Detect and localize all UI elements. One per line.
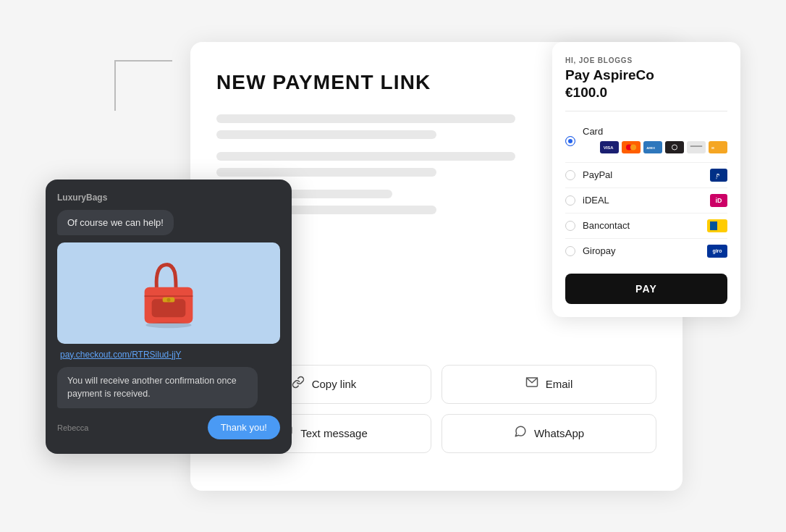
maestro-icon: M <box>709 141 727 153</box>
ideal-icon: iD <box>710 194 727 207</box>
skeleton-line <box>216 168 436 177</box>
ideal-method-name: iDEAL <box>583 195 609 206</box>
svg-text:AMEX: AMEX <box>646 145 655 149</box>
whatsapp-icon <box>514 425 527 442</box>
amex-icon: AMEX <box>643 141 662 153</box>
payment-method-card[interactable]: Card VISA AMEX <box>565 120 727 163</box>
diners-icon <box>665 141 684 153</box>
payment-pay-to: Pay AspireCo <box>565 67 727 83</box>
payment-card: HI, JOE BLOGGS Pay AspireCo €100.0 Card … <box>552 42 740 317</box>
paypal-method-name: PayPal <box>583 169 612 180</box>
card-method-name: Card <box>583 126 727 137</box>
chat-product-image <box>57 242 280 344</box>
email-button[interactable]: Email <box>441 365 656 404</box>
pay-button[interactable]: PAY <box>565 274 727 304</box>
svg-point-19 <box>167 297 171 301</box>
skeleton-line <box>216 152 515 161</box>
copy-link-label: Copy link <box>312 378 357 390</box>
payment-method-ideal[interactable]: iDEAL iD <box>565 188 727 214</box>
payment-method-paypal-left: PayPal <box>565 169 612 180</box>
payment-amount: €100.0 <box>565 85 727 101</box>
radio-ideal <box>565 195 575 206</box>
radio-card <box>565 136 575 146</box>
skeleton-line <box>216 130 436 139</box>
giropay-icon: giro <box>707 245 727 258</box>
chat-footer: Rebecca Thank you! <box>57 415 280 439</box>
payment-method-paypal[interactable]: PayPal <box>565 163 727 188</box>
chat-bubble-2: You will receive another confirmation on… <box>57 367 258 409</box>
handbag-svg <box>132 253 205 333</box>
payment-method-ideal-left: iDEAL <box>565 195 609 206</box>
svg-text:VISA: VISA <box>604 145 614 150</box>
whatsapp-button[interactable]: WhatsApp <box>441 414 656 453</box>
chat-card: LuxuryBags Of course we can help! pay.c <box>46 180 292 455</box>
svg-point-5 <box>630 144 636 150</box>
paypal-icon <box>710 169 727 182</box>
payment-method-giropay-left: Giropay <box>565 245 616 256</box>
payment-method-card-left: Card VISA AMEX <box>565 126 727 156</box>
chat-sender: LuxuryBags <box>57 193 280 203</box>
giropay-method-name: Giropay <box>583 245 616 256</box>
chat-payment-link[interactable]: pay.checkout.com/RTRSilud-jjY <box>57 350 280 360</box>
mastercard-icon <box>622 141 641 153</box>
chat-agent-name: Rebecca <box>57 423 88 432</box>
visa-icon: VISA <box>600 141 619 153</box>
payment-divider <box>565 111 727 111</box>
whatsapp-label: WhatsApp <box>534 427 584 439</box>
payment-method-bancontact[interactable]: Bancontact <box>565 214 727 239</box>
bracket-decoration <box>114 60 172 111</box>
svg-rect-11 <box>690 145 702 147</box>
card-icons-row: VISA AMEX <box>600 141 727 153</box>
bancontact-method-name: Bancontact <box>583 220 630 231</box>
payment-method-giropay[interactable]: Giropay giro <box>565 239 727 263</box>
radio-paypal <box>565 170 575 180</box>
payment-method-bancontact-left: Bancontact <box>565 220 630 231</box>
email-icon <box>525 376 538 392</box>
skeleton-line <box>216 114 515 123</box>
radio-giropay <box>565 246 575 256</box>
chat-reply-button[interactable]: Thank you! <box>208 415 280 439</box>
scene: NEW PAYMENT LINK Copy link Email <box>46 20 740 512</box>
svg-rect-8 <box>667 143 682 152</box>
svg-rect-10 <box>689 143 703 152</box>
generic-card-icon <box>687 141 706 153</box>
radio-bancontact <box>565 221 575 231</box>
chat-bubble-1: Of course we can help! <box>57 210 174 235</box>
svg-rect-15 <box>717 221 724 230</box>
svg-point-21 <box>145 322 191 328</box>
text-message-label: Text message <box>300 427 368 439</box>
svg-text:M: M <box>711 145 714 149</box>
svg-rect-14 <box>710 221 717 230</box>
bancontact-icon <box>707 219 727 232</box>
copy-link-icon <box>292 376 305 392</box>
email-label: Email <box>546 378 573 390</box>
payment-greeting: HI, JOE BLOGGS <box>565 56 727 64</box>
